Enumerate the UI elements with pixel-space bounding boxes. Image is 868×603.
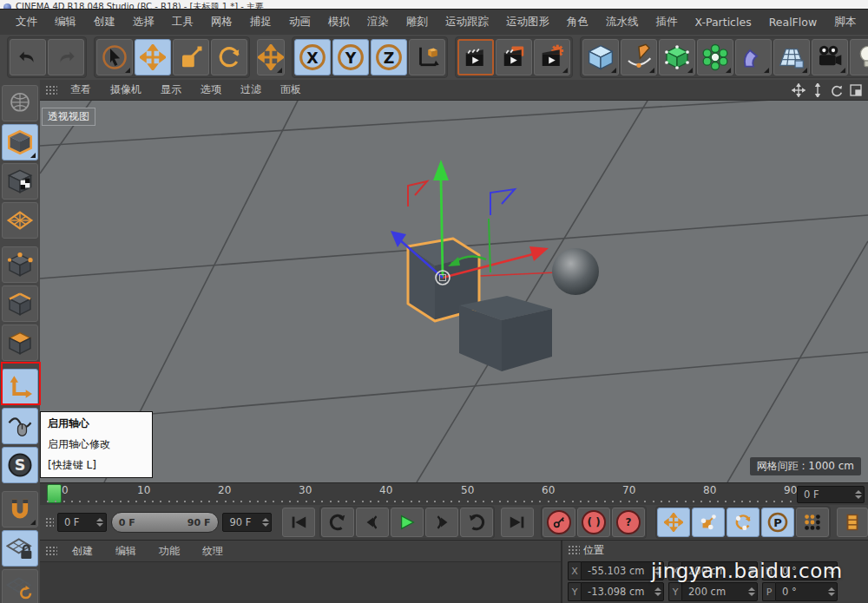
- lock-z-axis-button[interactable]: Z: [371, 39, 407, 75]
- timeline-ruler[interactable]: 0 10 20 30 40 50 60 70 80 90 0 F: [40, 482, 868, 505]
- vp-menu-filter[interactable]: 过滤: [231, 82, 271, 97]
- menu-motion-tracker[interactable]: 运动跟踪: [437, 15, 497, 29]
- spinner-icon[interactable]: [96, 518, 104, 527]
- menu-render[interactable]: 渲染: [358, 15, 398, 29]
- spinner-icon[interactable]: [827, 587, 835, 596]
- preview-range-slider[interactable]: 0 F 90 F: [111, 512, 219, 533]
- record-autokey-button[interactable]: ( ): [577, 508, 610, 537]
- menu-simulate[interactable]: 模拟: [319, 15, 358, 29]
- camera-button[interactable]: [812, 39, 848, 75]
- rotate-tool-button[interactable]: [211, 39, 247, 75]
- light-button[interactable]: [850, 39, 868, 75]
- keyframe-selection-button[interactable]: [837, 508, 868, 537]
- go-to-end-button[interactable]: [501, 508, 534, 537]
- render-view-button[interactable]: [457, 39, 494, 75]
- workplane-mode-button[interactable]: [2, 202, 38, 239]
- live-selection-button[interactable]: [96, 39, 133, 75]
- spinner-icon[interactable]: [747, 587, 755, 596]
- coordinate-system-button[interactable]: [409, 39, 445, 75]
- points-mode-button[interactable]: [2, 246, 38, 283]
- spinner-icon[interactable]: [261, 518, 269, 527]
- menu-file[interactable]: 文件: [7, 15, 46, 29]
- menu-sculpt[interactable]: 雕刻: [398, 15, 437, 29]
- magnet-snap-button[interactable]: [2, 491, 38, 528]
- key-parameter-toggle[interactable]: P: [761, 508, 794, 537]
- key-position-toggle[interactable]: [657, 508, 690, 537]
- menu-realflow[interactable]: RealFlow: [760, 16, 825, 29]
- menu-snap[interactable]: 捕捉: [241, 15, 280, 29]
- rotation-p-field[interactable]: 0 °: [775, 582, 838, 601]
- lock-x-axis-button[interactable]: X: [294, 39, 331, 75]
- zoom-icon[interactable]: [811, 83, 825, 97]
- mat-menu-edit[interactable]: 编辑: [104, 544, 148, 559]
- panel-grip[interactable]: [45, 546, 57, 556]
- snap-s-button[interactable]: S: [2, 447, 38, 483]
- spinner-icon[interactable]: [654, 587, 661, 596]
- menu-xparticles[interactable]: X-Particles: [687, 16, 760, 29]
- menu-tools[interactable]: 工具: [163, 15, 202, 29]
- tweak-mode-button[interactable]: [2, 408, 38, 444]
- menu-mesh[interactable]: 网格: [202, 15, 241, 29]
- end-frame-field[interactable]: 90 F: [222, 513, 272, 532]
- previous-key-button[interactable]: [356, 508, 389, 537]
- menu-plugins[interactable]: 插件: [648, 15, 687, 29]
- model-mode-button[interactable]: [2, 124, 38, 161]
- size-y-field[interactable]: 200 cm: [681, 582, 758, 601]
- play-forward-button[interactable]: [460, 508, 493, 537]
- polygons-mode-button[interactable]: [2, 324, 38, 361]
- subdivision-surface-button[interactable]: [659, 39, 695, 75]
- menu-create[interactable]: 创建: [85, 15, 124, 29]
- scale-tool-button[interactable]: [173, 39, 209, 75]
- frame-display-field[interactable]: 0 F: [797, 486, 865, 503]
- vp-menu-cameras[interactable]: 摄像机: [101, 82, 151, 97]
- menu-pipeline[interactable]: 流水线: [597, 15, 648, 29]
- texture-mode-button[interactable]: [2, 163, 38, 200]
- maximize-icon[interactable]: [849, 83, 863, 97]
- render-picture-viewer-button[interactable]: [496, 39, 532, 75]
- move-tool-button[interactable]: [135, 39, 171, 75]
- position-y-field[interactable]: -13.098 cm: [581, 582, 664, 601]
- panel-grip[interactable]: [45, 85, 57, 95]
- pan-icon[interactable]: [792, 83, 806, 97]
- current-frame-field[interactable]: 0 F: [57, 513, 107, 532]
- vp-menu-view[interactable]: 查看: [61, 82, 101, 97]
- next-frame-button[interactable]: [425, 508, 458, 537]
- bend-deformer-button[interactable]: [735, 39, 772, 75]
- menu-script[interactable]: 脚本: [825, 15, 865, 29]
- sculpt-mode-button[interactable]: [2, 85, 38, 121]
- edges-mode-button[interactable]: [2, 285, 38, 322]
- mat-menu-function[interactable]: 功能: [148, 544, 191, 559]
- menu-edit[interactable]: 编辑: [46, 15, 85, 29]
- menu-select[interactable]: 选择: [124, 15, 163, 29]
- panel-grip[interactable]: [45, 517, 54, 528]
- mat-menu-texture[interactable]: 纹理: [191, 544, 234, 559]
- play-button[interactable]: [391, 508, 424, 537]
- menu-window[interactable]: 窗口: [865, 15, 868, 29]
- vp-menu-display[interactable]: 显示: [151, 82, 191, 97]
- vp-menu-options[interactable]: 选项: [191, 82, 231, 97]
- rotate-view-icon[interactable]: [830, 83, 844, 97]
- go-to-start-button[interactable]: [282, 508, 315, 537]
- vp-menu-panel[interactable]: 面板: [271, 82, 311, 97]
- lock-y-axis-button[interactable]: Y: [332, 39, 369, 75]
- record-options-button[interactable]: ?: [612, 508, 645, 537]
- render-settings-button[interactable]: [534, 39, 570, 75]
- key-scale-toggle[interactable]: [692, 508, 725, 537]
- record-keyframe-button[interactable]: [542, 508, 575, 537]
- floor-button[interactable]: [773, 39, 810, 75]
- last-used-tool-button[interactable]: [257, 39, 285, 75]
- menu-character[interactable]: 角色: [558, 15, 597, 29]
- lock-workplane-button[interactable]: [2, 530, 38, 567]
- redo-button[interactable]: [48, 39, 84, 75]
- undo-button[interactable]: [10, 39, 46, 75]
- perspective-viewport[interactable]: 透视视图 网格间距 : 1000 cm: [40, 101, 868, 482]
- spline-pen-button[interactable]: [621, 39, 657, 75]
- mograph-cloner-button[interactable]: [697, 39, 733, 75]
- panel-grip[interactable]: [568, 545, 580, 555]
- menu-mograph[interactable]: 运动图形: [497, 15, 558, 29]
- mat-menu-create[interactable]: 创建: [61, 544, 104, 559]
- spinner-icon[interactable]: [854, 490, 862, 499]
- workplane-cycle-button[interactable]: [2, 569, 38, 603]
- key-rotation-toggle[interactable]: [727, 508, 760, 537]
- menu-animate[interactable]: 动画: [280, 15, 319, 29]
